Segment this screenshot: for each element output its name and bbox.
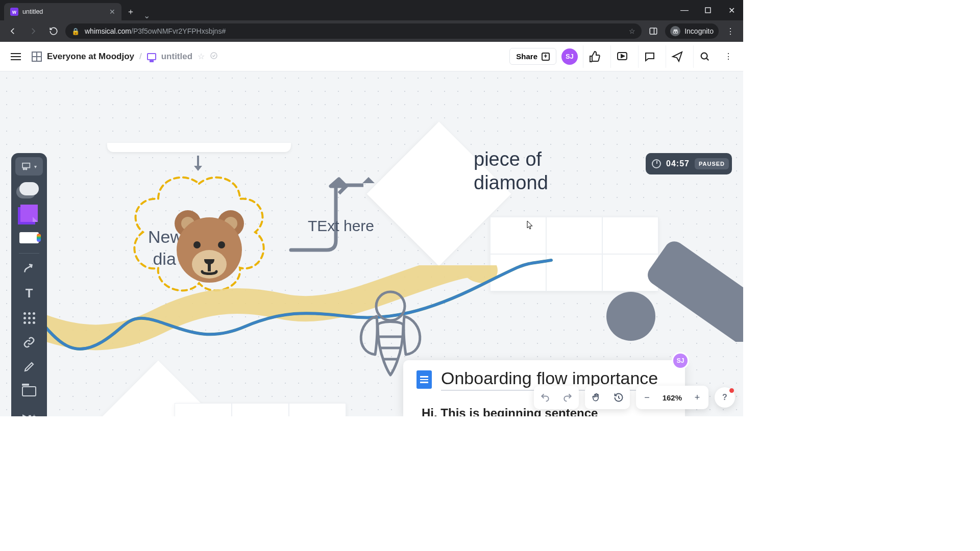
send-button[interactable] <box>666 45 688 68</box>
svg-rect-21 <box>208 263 211 271</box>
address-bar[interactable]: 🔒 whimsical.com/P3f5owNMFvr2YFPHxsbjns# … <box>65 23 642 39</box>
incognito-label: Incognito <box>684 27 714 35</box>
doc-icon <box>416 370 432 389</box>
svg-line-8 <box>706 58 708 60</box>
version-history-button[interactable] <box>607 386 630 409</box>
doc-title[interactable]: untitled <box>161 52 192 62</box>
url-path: /P3f5owNMFvr2YFPHxsbjns# <box>131 27 226 35</box>
svg-rect-0 <box>705 8 710 13</box>
search-button[interactable] <box>693 45 716 68</box>
view-controls <box>585 386 630 409</box>
user-avatar[interactable]: SJ <box>561 48 578 65</box>
window-minimize-button[interactable]: — <box>673 0 696 20</box>
share-icon <box>542 53 550 61</box>
svg-rect-9 <box>22 163 30 168</box>
undo-button[interactable] <box>534 386 556 409</box>
tool-more[interactable] <box>15 405 43 416</box>
canvas-text-diamond-label[interactable]: piece ofdiamond <box>474 148 548 194</box>
browser-tab-strip: w untitled ✕ ＋ ⌄ — ✕ <box>0 0 743 20</box>
canvas[interactable]: ▾ T 04:57 PAUSED <box>0 71 743 416</box>
tool-link[interactable] <box>15 331 43 354</box>
left-toolbar: ▾ T <box>11 153 47 416</box>
like-button[interactable] <box>583 45 605 68</box>
canvas-connector-arrow[interactable] <box>286 176 378 253</box>
tool-sticky-note[interactable] <box>15 202 43 224</box>
window-close-button[interactable]: ✕ <box>720 0 743 20</box>
url-domain: whimsical.com <box>85 27 131 35</box>
incognito-icon <box>670 26 680 36</box>
collaborator-avatar[interactable]: SJ <box>672 352 689 369</box>
svg-rect-27 <box>644 237 743 342</box>
app-header: Everyone at Moodjoy / untitled ☆ Share S… <box>0 42 743 71</box>
tool-shapes-grid[interactable] <box>15 307 43 329</box>
svg-point-22 <box>376 292 405 320</box>
nav-back-button[interactable] <box>4 22 21 40</box>
tab-search-icon[interactable]: ⌄ <box>138 11 155 20</box>
canvas-brush-stroke[interactable] <box>41 265 551 367</box>
browser-menu-icon[interactable]: ⋮ <box>722 22 739 40</box>
bear-emoji-icon[interactable] <box>168 204 250 286</box>
browser-toolbar: 🔒 whimsical.com/P3f5owNMFvr2YFPHxsbjns# … <box>0 20 743 42</box>
tool-mode-selector[interactable]: ▾ <box>15 157 43 176</box>
favicon-icon: w <box>10 8 18 16</box>
share-label: Share <box>516 52 537 61</box>
arrow-down-icon[interactable] <box>192 156 204 175</box>
workspace-icon <box>32 52 42 62</box>
comments-button[interactable] <box>638 45 660 68</box>
canvas-line-wavy[interactable] <box>41 255 556 372</box>
tool-draw[interactable] <box>15 356 43 378</box>
svg-point-3 <box>673 31 675 33</box>
pan-hand-button[interactable] <box>585 386 607 409</box>
tab-title: untitled <box>22 8 43 15</box>
svg-point-4 <box>675 31 677 33</box>
board-icon <box>147 53 156 60</box>
bookmark-star-icon[interactable]: ☆ <box>629 27 635 35</box>
history-controls <box>534 386 579 409</box>
new-tab-button[interactable]: ＋ <box>124 5 138 19</box>
stopwatch-icon <box>652 159 661 168</box>
workspace-name[interactable]: Everyone at Moodjoy <box>47 52 134 62</box>
tool-flowchart[interactable] <box>15 178 43 200</box>
breadcrumb: Everyone at Moodjoy / untitled ☆ <box>32 52 218 62</box>
window-maximize-button[interactable] <box>696 0 720 20</box>
help-button[interactable]: ? <box>715 387 735 408</box>
canvas-shape-table-b[interactable] <box>175 403 346 416</box>
canvas-footer-controls: − 162% + ? <box>534 386 735 409</box>
nav-forward-button[interactable] <box>24 22 42 40</box>
canvas-shape-pencil[interactable] <box>600 224 743 342</box>
tool-text[interactable]: T <box>15 282 43 305</box>
sync-status-icon[interactable] <box>210 52 218 62</box>
zoom-level[interactable]: 162% <box>658 393 686 402</box>
timer-state[interactable]: PAUSED <box>695 158 729 169</box>
present-button[interactable] <box>610 45 633 68</box>
canvas-shape-card-top[interactable] <box>107 143 291 152</box>
share-button[interactable]: Share <box>509 48 556 65</box>
timer-widget[interactable]: 04:57 PAUSED <box>646 153 732 174</box>
favorite-star-icon[interactable]: ☆ <box>198 52 205 61</box>
toolbar-divider <box>19 253 39 254</box>
lock-icon: 🔒 <box>71 28 80 35</box>
nav-reload-button[interactable] <box>45 22 62 40</box>
svg-point-20 <box>218 241 225 248</box>
side-panel-icon[interactable] <box>645 22 662 40</box>
zoom-controls: − 162% + <box>636 386 708 409</box>
redo-button[interactable] <box>556 386 579 409</box>
zoom-out-button[interactable]: − <box>636 386 658 409</box>
svg-point-26 <box>606 292 655 341</box>
app-more-button[interactable]: ⋮ <box>721 45 736 68</box>
incognito-indicator[interactable]: Incognito <box>665 23 719 39</box>
tool-connector[interactable] <box>15 258 43 280</box>
zoom-in-button[interactable]: + <box>686 386 708 409</box>
svg-rect-1 <box>650 28 657 34</box>
tool-section[interactable] <box>15 380 43 403</box>
svg-point-11 <box>26 168 27 170</box>
tool-card[interactable] <box>15 227 43 249</box>
menu-button[interactable] <box>7 48 24 65</box>
breadcrumb-separator: / <box>139 52 142 62</box>
close-tab-icon[interactable]: ✕ <box>109 8 115 16</box>
timer-value: 04:57 <box>666 159 690 168</box>
svg-point-19 <box>193 241 201 248</box>
canvas-text-arrow-label[interactable]: TExt here <box>308 217 374 235</box>
browser-tab-active[interactable]: w untitled ✕ <box>4 3 121 20</box>
cursor-icon <box>527 220 533 230</box>
